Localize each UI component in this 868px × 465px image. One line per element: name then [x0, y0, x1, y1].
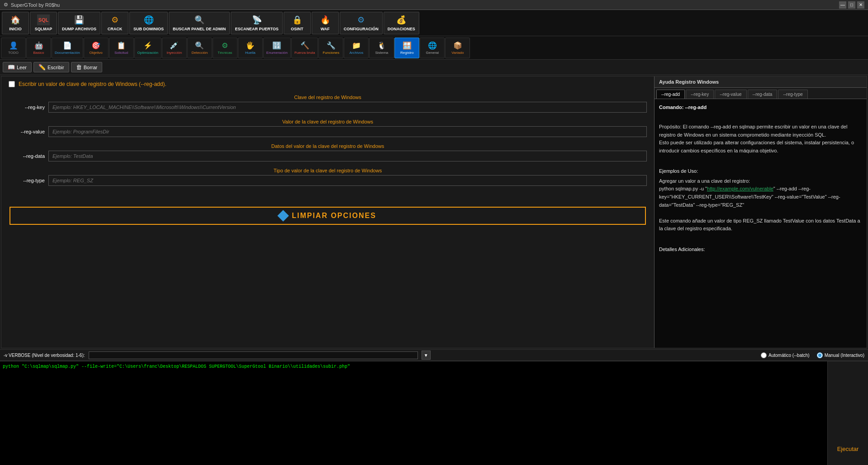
title-bar: ⚙ SuperGTool by R0$hu — □ ✕ — [0, 0, 868, 10]
help-tab-reg-value[interactable]: --reg-value — [715, 90, 746, 99]
funciones-icon: 🔧 — [327, 41, 336, 50]
terminal-output: python "C:\sqlmap\sqlmap.py" --file-writ… — [0, 361, 827, 465]
escribir-button[interactable]: ✏️ Escribir — [33, 62, 69, 72]
config-icon: ⚙ — [355, 14, 367, 25]
help-tab-reg-type[interactable]: --reg-type — [778, 90, 807, 99]
snav-solicitud-label: Solicitud — [114, 51, 128, 55]
nav-sqlmap-label: SQLMAP — [35, 27, 52, 31]
reg-add-label[interactable]: Escribir un valor de clave de registro d… — [19, 81, 166, 87]
nav-escanear[interactable]: 📡 ESCANEAR PUERTOS — [231, 12, 282, 34]
snav-basico-label: Basico — [33, 51, 44, 55]
execute-button[interactable]: Ejecutar — [830, 442, 866, 456]
sqlmap-icon: SQL — [37, 14, 50, 25]
verbose-bar: -v VERBOSE (Nivel de verbosidad: 1-6): ▼… — [0, 349, 868, 361]
help-example-cmd: python sqlmap.py -u "http://example.com/… — [659, 185, 862, 209]
snav-basico[interactable]: 🤖 Basico — [26, 38, 51, 58]
objetivo-icon: 🎯 — [91, 41, 100, 50]
nav-buscar-label: BUSCAR PANEL DE ADMIN — [173, 27, 226, 31]
title-bar-left: ⚙ SuperGTool by R0$hu — [4, 2, 60, 8]
help-tab-reg-data[interactable]: --reg-data — [748, 90, 778, 99]
nav-dump[interactable]: 💾 DUMP ARCHIVOS — [58, 12, 100, 34]
reg-type-input[interactable] — [48, 175, 647, 186]
snav-registro[interactable]: 🪟 Registro — [394, 38, 419, 58]
nav-sqlmap[interactable]: SQL SQLMAP — [30, 12, 57, 34]
basico-icon: 🤖 — [34, 41, 43, 50]
borrar-button[interactable]: 🗑 Borrar — [71, 62, 103, 72]
terminal-area: python "C:\sqlmap\sqlmap.py" --file-writ… — [0, 361, 868, 465]
archivos-icon: 📁 — [352, 41, 361, 50]
snav-general[interactable]: 🌐 General — [420, 38, 445, 58]
radio-manual-input[interactable] — [817, 352, 823, 358]
reg-type-section-title: Tipo de valor de la clave del registro d… — [9, 168, 647, 173]
snav-objetivo[interactable]: 🎯 Objetivo — [84, 38, 109, 58]
reg-value-input[interactable] — [48, 126, 647, 137]
snav-tecnicas-label: Técnicas — [218, 51, 232, 55]
action-bar: 📖 Leer ✏️ Escribir 🗑 Borrar — [0, 60, 868, 75]
snav-funciones[interactable]: 🔧 Funciones — [318, 38, 343, 58]
help-example-link: http://example.com/vulnerable — [707, 186, 773, 191]
snav-documentacion[interactable]: 📄 Documentación — [52, 38, 83, 58]
snav-deteccion[interactable]: 🔍 Detección — [187, 38, 212, 58]
help-panel-title: Ayuda Registro Windows — [655, 76, 867, 88]
snav-deteccion-label: Detección — [192, 51, 208, 55]
nav-waf[interactable]: 🔥 WAF — [312, 12, 339, 34]
snav-solicitud[interactable]: 📋 Solicitud — [109, 38, 134, 58]
optim-icon: ⚡ — [143, 41, 152, 50]
reg-add-checkbox[interactable] — [9, 81, 15, 87]
snav-enumeracion[interactable]: 🔢 Enumeración — [263, 38, 291, 58]
app-title: SuperGTool by R0$hu — [11, 2, 60, 8]
help-examples-title: Ejemplos de Uso: — [659, 167, 862, 176]
snav-funciones-label: Funciones — [323, 51, 339, 55]
tecnicas-icon: ⚙ — [222, 41, 228, 50]
nav-donaciones[interactable]: 💰 DONACIONES — [384, 12, 419, 34]
nav-dump-label: DUMP ARCHIVOS — [62, 27, 96, 31]
nav-waf-label: WAF — [321, 27, 330, 31]
snav-archivos[interactable]: 📁 Archivos — [344, 38, 369, 58]
field-group-reg-data: Datos del valor de la clave del registro… — [9, 143, 647, 161]
reg-type-label: --reg-type — [9, 178, 45, 183]
snav-sistema[interactable]: 🐧 Sistema — [369, 38, 394, 58]
leer-label: Leer — [17, 65, 27, 70]
snav-huella[interactable]: 🖐 Huella — [238, 38, 263, 58]
snav-fuerza[interactable]: 🔨 Fuerza bruta — [291, 38, 318, 58]
nav-subdominios[interactable]: 🌐 SUB DOMINIOS — [129, 12, 168, 34]
snav-fuerza-label: Fuerza bruta — [294, 51, 315, 55]
clear-diamond-icon — [277, 210, 289, 221]
verbose-input[interactable] — [89, 351, 418, 359]
close-button[interactable]: ✕ — [857, 1, 864, 9]
snav-variado[interactable]: 📦 Variado — [445, 38, 470, 58]
reg-data-input[interactable] — [48, 151, 647, 161]
snav-optim-label: Optimización — [138, 51, 158, 55]
verbose-dropdown-btn[interactable]: ▼ — [422, 351, 431, 360]
field-group-reg-value: Valor de la clave del registro de Window… — [9, 119, 647, 137]
snav-optimizacion[interactable]: ⚡ Optimización — [134, 38, 161, 58]
radio-automatico-label: Automático (--batch) — [768, 353, 810, 358]
snav-todo[interactable]: 👤 TODO — [1, 38, 26, 58]
nav-inicio[interactable]: 🏠 INICIO — [2, 12, 29, 34]
radio-group-mode: Automático (--batch) Manual (Interactivo… — [761, 352, 864, 358]
radio-automatico-input[interactable] — [761, 352, 767, 358]
nav-config[interactable]: ⚙ CONFIGURACIÓN — [340, 12, 383, 34]
reg-key-input[interactable] — [48, 102, 647, 113]
nav-buscar-panel[interactable]: 🔍 BUSCAR PANEL DE ADMIN — [169, 12, 230, 34]
snav-inyeccion[interactable]: 💉 Inyección — [162, 38, 187, 58]
snav-tecnicas[interactable]: ⚙ Técnicas — [213, 38, 237, 58]
help-tab-reg-key[interactable]: --reg-key — [686, 90, 714, 99]
nav-crack[interactable]: ⚙ CRACK — [101, 12, 128, 34]
radio-automatico[interactable]: Automático (--batch) — [761, 352, 810, 358]
nav-osint[interactable]: 🔒 OSINT — [284, 12, 311, 34]
reg-value-section-title: Valor de la clave del registro de Window… — [9, 119, 647, 124]
variado-icon: 📦 — [453, 41, 462, 50]
minimize-button[interactable]: — — [839, 1, 846, 9]
inyeccion-icon: 💉 — [170, 41, 179, 50]
maximize-button[interactable]: □ — [848, 1, 855, 9]
clear-options-button[interactable]: LIMPIAR OPCIONES — [9, 207, 646, 225]
escribir-label: Escribir — [47, 65, 64, 70]
reg-value-label: --reg-value — [9, 129, 45, 134]
nav-inicio-label: INICIO — [9, 27, 22, 31]
help-purpose: Propósito: El comando --reg-add en sqlma… — [659, 123, 862, 155]
leer-button[interactable]: 📖 Leer — [3, 62, 32, 72]
help-tab-reg-add[interactable]: --reg-add — [656, 90, 685, 99]
radio-manual[interactable]: Manual (Interactivo) — [817, 352, 864, 358]
nav-escanear-label: ESCANEAR PUERTOS — [235, 27, 278, 31]
